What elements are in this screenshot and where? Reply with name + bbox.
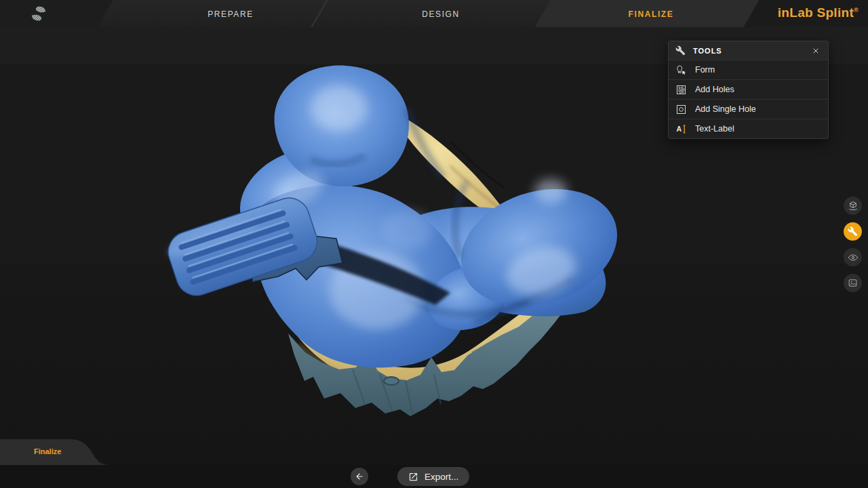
svg-text:A: A	[676, 125, 682, 133]
close-icon[interactable]	[810, 45, 821, 56]
image-icon	[848, 278, 858, 288]
topbar-left-segment	[0, 0, 115, 27]
eye-icon	[848, 252, 859, 263]
tool-item-label: Add Single Hole	[695, 104, 756, 114]
tool-item-add-single-hole[interactable]: Add Single Hole	[669, 99, 828, 119]
single-hole-icon	[675, 103, 687, 115]
tool-item-label: Add Holes	[695, 85, 734, 94]
arrow-left-icon	[355, 472, 364, 481]
tool-item-label: Text-Label	[695, 124, 734, 134]
view-side-toolbar	[844, 197, 862, 292]
tab-prepare[interactable]: PREPARE	[208, 9, 254, 19]
tools-button[interactable]	[844, 222, 862, 241]
step-tab-label: Finalize	[34, 447, 61, 455]
open-in-new-icon	[408, 472, 418, 482]
dentsply-sirona-logo	[30, 5, 47, 22]
app-title: inLab Splint®	[778, 5, 859, 20]
3d-viewport[interactable]: TOOLS Form	[0, 27, 868, 465]
tooth-cursor-icon	[675, 64, 687, 76]
inlab-splint-window: PREPARE DESIGN FINALIZE inLab Splint®	[0, 0, 868, 488]
text-label-icon: A	[675, 123, 687, 135]
top-nav-bar: PREPARE DESIGN FINALIZE inLab Splint®	[0, 0, 868, 27]
cube-icon	[848, 201, 859, 211]
snapshot-button[interactable]	[844, 274, 862, 292]
segment-divider	[309, 0, 330, 27]
wrench-icon	[848, 226, 858, 237]
holes-grid-icon	[675, 83, 687, 96]
tab-design[interactable]: DESIGN	[422, 9, 460, 19]
tools-panel: TOOLS Form	[668, 41, 829, 139]
view-options-button[interactable]	[844, 248, 862, 266]
tool-item-add-holes[interactable]: Add Holes	[669, 79, 828, 99]
bottom-action-bar: Export...	[0, 465, 868, 488]
tools-panel-header: TOOLS	[669, 41, 828, 60]
tools-panel-title: TOOLS	[693, 47, 810, 55]
wrench-icon	[675, 45, 686, 56]
tool-item-label: Form	[695, 65, 715, 75]
back-button[interactable]	[351, 468, 368, 485]
tool-item-text-label[interactable]: A Text-Label	[669, 119, 828, 138]
tab-finalize[interactable]: FINALIZE	[629, 9, 674, 19]
export-button[interactable]: Export...	[397, 467, 469, 486]
tool-item-form[interactable]: Form	[669, 60, 828, 79]
export-button-label: Export...	[425, 472, 458, 482]
model-view-button[interactable]	[844, 197, 862, 215]
